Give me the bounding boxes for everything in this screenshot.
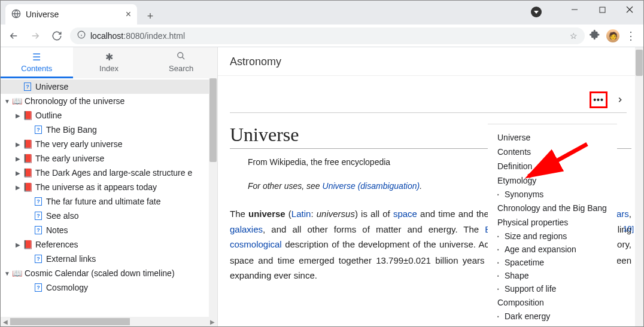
extensions-icon[interactable]	[590, 29, 600, 42]
sidebar-tab-search[interactable]: Search	[145, 47, 217, 78]
profile-avatar[interactable]: 🧑	[606, 29, 619, 42]
book-closed-icon: 📕	[22, 168, 33, 178]
page-icon: ?	[24, 82, 31, 91]
link-galaxies[interactable]: galaxies	[230, 224, 263, 234]
book-closed-icon: 📕	[22, 182, 33, 192]
sidebar-tab-label: Search	[169, 64, 193, 73]
popup-item[interactable]: Composition	[488, 295, 617, 310]
minimize-button[interactable]	[561, 1, 588, 19]
popup-subitem[interactable]: Age and expansion	[488, 243, 617, 256]
close-window-button[interactable]	[616, 1, 643, 19]
tree-item[interactable]: ▶?External links	[1, 252, 217, 266]
popup-subitem[interactable]: Shape	[488, 269, 617, 282]
tree-label: The universe as it appears today	[35, 182, 157, 192]
scroll-thumb[interactable]	[636, 50, 643, 76]
page-icon: ?	[35, 212, 42, 220]
maximize-button[interactable]	[588, 1, 616, 19]
content-vscrollbar[interactable]	[635, 47, 643, 326]
scroll-left-icon[interactable]: ◀	[1, 319, 10, 325]
close-tab-icon[interactable]: ×	[126, 9, 131, 20]
tree-item-cosmic-calendar[interactable]: ▼📖Cosmic Calendar (scaled down timeline)	[1, 266, 217, 280]
caret-down-icon[interactable]: ▼	[3, 270, 11, 277]
toc-popup: Universe Contents Definition Etymology S…	[488, 124, 617, 326]
page-icon: ?	[35, 255, 42, 263]
popup-item[interactable]: Contents	[488, 145, 617, 159]
link-latin[interactable]: Latin	[291, 209, 311, 219]
link-space[interactable]: space	[393, 209, 417, 219]
sidebar-vscrollbar[interactable]	[209, 78, 217, 317]
tree-item[interactable]: ▶📕The universe as it appears today	[1, 180, 217, 194]
forward-button[interactable]	[27, 27, 44, 44]
caret-right-icon[interactable]: ▶	[14, 184, 22, 191]
tree-label: References	[35, 240, 78, 249]
tree-item[interactable]: ▶📕The early universe	[1, 151, 217, 166]
popup-subitem[interactable]: Synonyms	[488, 188, 617, 201]
popup-subitem[interactable]: Size and regions	[488, 230, 617, 243]
popup-item[interactable]: Etymology	[488, 173, 617, 188]
article-header-bar: •••	[218, 76, 643, 113]
tree-item-chronology[interactable]: ▼📖Chronology of the universe	[1, 94, 217, 108]
popup-item[interactable]: Chronology and the Big Bang	[488, 201, 617, 215]
reload-button[interactable]	[48, 27, 65, 44]
popup-subitem[interactable]: Dark energy	[488, 310, 617, 323]
tree-item[interactable]: ▶📕The Dark Ages and large-scale structur…	[1, 166, 217, 180]
app-frame: ☰Contents ✱Index Search ▶?Universe ▼📖Chr…	[1, 47, 643, 326]
book-closed-icon: 📕	[22, 139, 33, 149]
caret-right-icon[interactable]: ▶	[14, 112, 22, 119]
svg-rect-2	[600, 7, 605, 13]
tree-item[interactable]: ▶?See also	[1, 209, 217, 223]
book-closed-icon: 📕	[22, 154, 33, 163]
sidebar-hscrollbar[interactable]: ◀▶	[1, 317, 217, 326]
link-cosmological[interactable]: cosmological	[230, 239, 282, 249]
popup-item[interactable]: Physical properties	[488, 215, 617, 230]
incognito-indicator-icon[interactable]	[531, 7, 542, 17]
popup-item[interactable]: Universe	[488, 130, 617, 145]
next-page-button[interactable]	[613, 93, 627, 106]
tree-item[interactable]: ▶?The Big Bang	[1, 123, 217, 137]
bookmark-star-icon[interactable]: ☆	[570, 31, 578, 41]
tree-label: Cosmology	[46, 283, 88, 292]
tree-item[interactable]: ▶?Cosmology	[1, 280, 217, 295]
address-bar[interactable]: localhost:8080/index.html ☆	[70, 27, 585, 44]
browser-toolbar: localhost:8080/index.html ☆ 🧑 ⋮	[1, 25, 643, 47]
tree-item-universe[interactable]: ▶?Universe	[1, 80, 217, 94]
search-icon	[177, 51, 186, 63]
scroll-right-icon[interactable]: ▶	[208, 319, 217, 325]
tree-item[interactable]: ▶📕Outline	[1, 108, 217, 123]
tree-item[interactable]: ▶?Notes	[1, 223, 217, 237]
site-info-icon[interactable]	[77, 30, 86, 41]
scroll-thumb[interactable]	[209, 78, 217, 162]
asterisk-icon: ✱	[105, 51, 113, 63]
reference-fragment[interactable]: 10]	[623, 224, 634, 233]
book-open-icon: 📖	[11, 268, 22, 278]
caret-down-icon[interactable]: ▼	[3, 98, 11, 105]
caret-right-icon[interactable]: ▶	[14, 242, 22, 248]
scroll-thumb[interactable]	[10, 318, 130, 325]
url-host: localhost:8080/index.html	[90, 31, 185, 41]
popup-subitem[interactable]: Spacetime	[488, 256, 617, 269]
more-menu-button[interactable]: •••	[590, 91, 607, 108]
browser-tab[interactable]: Universe ×	[5, 4, 137, 25]
content-pane: Astronomy ••• Universe From Wikipedia, t…	[218, 47, 643, 326]
popup-item[interactable]: Definition	[488, 159, 617, 173]
caret-right-icon[interactable]: ▶	[14, 170, 22, 176]
contents-tree: ▶?Universe ▼📖Chronology of the universe …	[1, 78, 217, 296]
tree-label: Outline	[35, 111, 62, 120]
page-icon: ?	[35, 197, 42, 206]
sidebar-tab-index[interactable]: ✱Index	[73, 47, 145, 78]
caret-right-icon[interactable]: ▶	[14, 155, 22, 162]
sidebar-tab-contents[interactable]: ☰Contents	[1, 47, 73, 78]
page-icon: ?	[35, 226, 42, 234]
tree-item[interactable]: ▶?The far future and ultimate fate	[1, 194, 217, 209]
popup-subitem[interactable]: Support of life	[488, 282, 617, 295]
tree-label: Notes	[46, 225, 68, 235]
disambiguation-link[interactable]: Universe (disambiguation)	[323, 181, 420, 191]
new-tab-button[interactable]: +	[142, 8, 159, 25]
tree-item[interactable]: ▶📕References	[1, 237, 217, 252]
tree-item[interactable]: ▶📕The very early universe	[1, 137, 217, 151]
back-button[interactable]	[5, 27, 22, 44]
caret-right-icon[interactable]: ▶	[14, 141, 22, 148]
tree-label: Chronology of the universe	[25, 96, 124, 106]
browser-menu-icon[interactable]: ⋮	[625, 29, 636, 42]
tab-strip: Universe × +	[1, 1, 159, 25]
